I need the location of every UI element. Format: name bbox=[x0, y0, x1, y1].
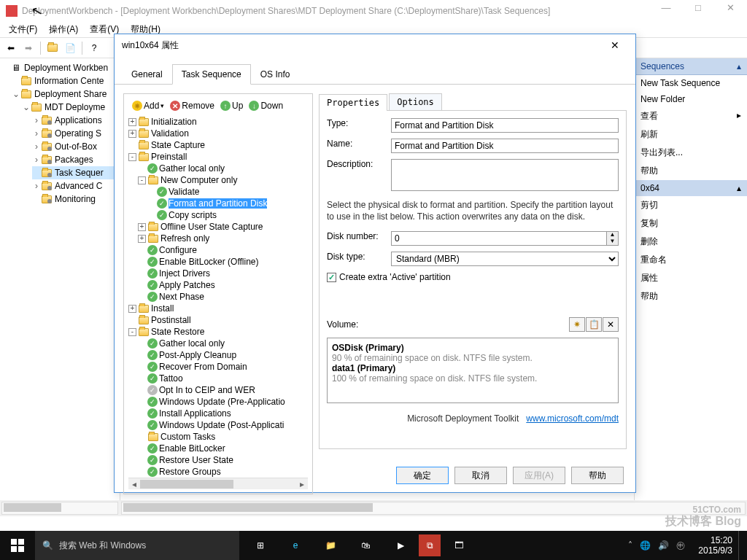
ts-tree-node[interactable]: ✓Restore Groups bbox=[128, 466, 308, 478]
volume-item[interactable]: OSDisk (Primary) 90 % of remaining space… bbox=[332, 343, 614, 363]
ts-tree-node[interactable]: ✓Copy scripts bbox=[128, 209, 308, 221]
ok-button[interactable]: 确定 bbox=[396, 467, 449, 484]
ts-tree-node[interactable]: State Capture bbox=[128, 139, 308, 151]
vol-delete-button[interactable]: ✕ bbox=[603, 317, 619, 332]
add-button[interactable]: ✷Add▾ bbox=[130, 100, 166, 112]
show-desktop-button[interactable] bbox=[738, 531, 747, 560]
ts-tree-node[interactable]: +Initialization bbox=[128, 116, 308, 128]
volume-icon[interactable]: 🔊 bbox=[658, 540, 669, 551]
close-button[interactable]: ✕ bbox=[714, 0, 746, 19]
tree-item[interactable]: Deployment Share bbox=[34, 89, 107, 99]
ts-tree-node[interactable]: ✓Restore User State bbox=[128, 454, 308, 466]
down-button[interactable]: ↓Down bbox=[247, 100, 285, 112]
chevron-up-icon[interactable]: ▴ bbox=[737, 61, 741, 71]
forward-button[interactable]: ➡ bbox=[20, 40, 36, 56]
tree-root[interactable]: Deployment Workben bbox=[24, 63, 108, 73]
ts-tree-node[interactable]: ✓Enable BitLocker (Offline) bbox=[128, 256, 308, 268]
edge-icon[interactable]: e bbox=[279, 531, 312, 560]
ts-tree-node[interactable]: ✓Tattoo bbox=[128, 373, 308, 384]
tab-task-sequence[interactable]: Task Sequence bbox=[172, 64, 251, 85]
tab-general[interactable]: General bbox=[122, 64, 172, 85]
action-item[interactable]: 复制 bbox=[635, 214, 747, 233]
cancel-button[interactable]: 取消 bbox=[454, 467, 507, 484]
ime-icon[interactable]: ㊥ bbox=[676, 540, 685, 552]
system-tray[interactable]: ˄ 🌐 🔊 ㊥ bbox=[621, 540, 692, 552]
ts-tree-node[interactable]: Custom Tasks bbox=[128, 431, 308, 443]
ts-tree-node[interactable]: ✓Windows Update (Pre-Applicatio bbox=[128, 396, 308, 408]
volume-list[interactable]: OSDisk (Primary) 90 % of remaining space… bbox=[327, 338, 619, 403]
name-field[interactable] bbox=[391, 139, 619, 153]
tree-item[interactable]: Advanced C bbox=[55, 181, 102, 191]
start-button[interactable] bbox=[0, 531, 35, 560]
network-icon[interactable]: 🌐 bbox=[640, 540, 651, 551]
chevron-up-icon[interactable]: ▴ bbox=[737, 183, 741, 193]
ts-tree-node[interactable]: +Offline User State Capture bbox=[128, 221, 308, 233]
tray-up-icon[interactable]: ˄ bbox=[628, 540, 632, 551]
action-item[interactable]: 帮助 bbox=[635, 162, 747, 180]
horizontal-scrollbars[interactable] bbox=[0, 500, 747, 516]
tree-item[interactable]: Monitoring bbox=[55, 194, 96, 204]
media-icon[interactable]: ▶ bbox=[384, 531, 417, 560]
ptab-properties[interactable]: Properties bbox=[319, 94, 387, 111]
taskbar-search[interactable]: 🔍搜索 Web 和 Windows bbox=[35, 531, 239, 560]
action-item[interactable]: New Folder bbox=[635, 91, 747, 107]
spin-down-icon[interactable]: ▼ bbox=[607, 238, 618, 245]
footer-link[interactable]: www.microsoft.com/mdt bbox=[526, 413, 619, 424]
ts-tree-node[interactable]: -Preinstall bbox=[128, 151, 308, 163]
ts-tree-node[interactable]: ✓Post-Apply Cleanup bbox=[128, 349, 308, 361]
action-item[interactable]: 剪切 bbox=[635, 196, 747, 214]
dialog-close-button[interactable]: ✕ bbox=[602, 36, 628, 55]
tree-item[interactable]: MDT Deployme bbox=[44, 102, 105, 112]
ts-tree-node[interactable]: ✓Configure bbox=[128, 244, 308, 256]
ts-tree-node[interactable]: ✓Recover From Domain bbox=[128, 361, 308, 373]
ts-tree-node[interactable]: ✓Format and Partition Disk bbox=[128, 198, 308, 209]
ts-tree-node[interactable]: ✓Next Phase bbox=[128, 291, 308, 303]
menu-action[interactable]: 操作(A) bbox=[43, 22, 84, 37]
create-active-checkbox[interactable]: ✓Create extra 'Active' partition bbox=[327, 272, 619, 282]
tree-item[interactable]: Packages bbox=[55, 155, 93, 165]
tree-item[interactable]: Out-of-Box bbox=[55, 141, 97, 152]
tree-h-scrollbar[interactable]: ◂▸ bbox=[128, 478, 308, 489]
tb-folder-button[interactable] bbox=[44, 40, 61, 56]
action-item[interactable]: 属性 bbox=[635, 269, 747, 287]
action-item[interactable]: 重命名 bbox=[635, 251, 747, 269]
tree-item[interactable]: Applications bbox=[55, 115, 102, 125]
ts-tree-node[interactable]: -State Restore bbox=[128, 326, 308, 338]
ts-tree-node[interactable]: ✓Install Applications bbox=[128, 408, 308, 419]
apply-button[interactable]: 应用(A) bbox=[513, 467, 565, 484]
maximize-button[interactable]: □ bbox=[682, 0, 714, 19]
ts-tree-node[interactable]: ✓Gather local only bbox=[128, 163, 308, 174]
desc-field[interactable] bbox=[391, 159, 619, 191]
taskbar[interactable]: 🔍搜索 Web 和 Windows ⊞ e 📁 🛍 ▶ ⧉ 🗔 ˄ 🌐 🔊 ㊥ … bbox=[0, 531, 747, 560]
ptab-options[interactable]: Options bbox=[389, 93, 442, 110]
action-view[interactable]: 查看▸ bbox=[635, 107, 747, 125]
tb-help-button[interactable]: ? bbox=[86, 40, 102, 56]
task-sequence-tree[interactable]: +Initialization+ValidationState Capture-… bbox=[128, 116, 308, 478]
ts-tree-node[interactable]: ✓Windows Update (Post-Applicati bbox=[128, 419, 308, 431]
navigation-tree[interactable]: 🖥Deployment Workben Information Cente ⌄D… bbox=[0, 58, 120, 500]
tree-item-selected[interactable]: Task Sequer bbox=[55, 168, 104, 178]
disk-number-stepper[interactable]: ▲▼ bbox=[391, 231, 619, 246]
ts-tree-node[interactable]: ✓Enable BitLocker bbox=[128, 443, 308, 454]
ts-tree-node[interactable]: +Validation bbox=[128, 128, 308, 139]
tree-item[interactable]: Operating S bbox=[55, 128, 101, 139]
ts-tree-node[interactable]: +Install bbox=[128, 303, 308, 314]
volume-item[interactable]: data1 (Primary) 100 % of remaining space… bbox=[332, 363, 614, 384]
tb-export-button[interactable]: 📄 bbox=[62, 40, 78, 56]
tab-os-info[interactable]: OS Info bbox=[251, 64, 300, 85]
explorer-icon[interactable]: 📁 bbox=[314, 531, 347, 560]
disk-type-select[interactable]: Standard (MBR) bbox=[391, 252, 619, 266]
action-item[interactable]: 刷新 bbox=[635, 125, 747, 144]
vol-props-button[interactable]: 📋 bbox=[586, 317, 602, 332]
minimize-button[interactable]: — bbox=[650, 0, 682, 19]
action-item[interactable]: New Task Sequence bbox=[635, 75, 747, 91]
ts-tree-node[interactable]: ✓Gather local only bbox=[128, 338, 308, 349]
ts-tree-node[interactable]: Postinstall bbox=[128, 314, 308, 326]
remove-button[interactable]: ✕Remove bbox=[168, 100, 217, 112]
app-task-icon[interactable]: ⧉ bbox=[419, 534, 441, 556]
ts-tree-node[interactable]: -New Computer only bbox=[128, 174, 308, 186]
action-item[interactable]: 导出列表... bbox=[635, 144, 747, 162]
app-task-icon[interactable]: 🗔 bbox=[442, 531, 476, 560]
ts-tree-node[interactable]: ✓Validate bbox=[128, 186, 308, 198]
ts-tree-node[interactable]: +Refresh only bbox=[128, 233, 308, 244]
